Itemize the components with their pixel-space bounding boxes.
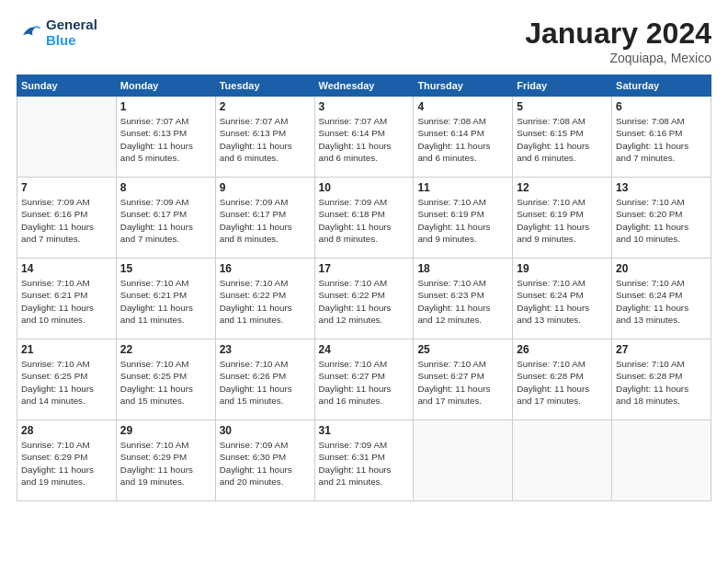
calendar-cell: 26Sunrise: 7:10 AM Sunset: 6:28 PM Dayli… <box>513 339 612 420</box>
calendar-cell: 11Sunrise: 7:10 AM Sunset: 6:19 PM Dayli… <box>414 178 513 259</box>
calendar-cell: 10Sunrise: 7:09 AM Sunset: 6:18 PM Dayli… <box>314 178 414 259</box>
day-number: 17 <box>319 261 410 276</box>
cell-info: Sunrise: 7:10 AM Sunset: 6:24 PM Dayligh… <box>517 277 608 326</box>
title-block: January 2024 Zoquiapa, Mexico <box>525 17 711 65</box>
day-number: 20 <box>616 261 707 276</box>
cell-info: Sunrise: 7:10 AM Sunset: 6:28 PM Dayligh… <box>517 358 608 407</box>
cell-info: Sunrise: 7:09 AM Sunset: 6:17 PM Dayligh… <box>120 196 211 245</box>
day-number: 26 <box>517 342 608 357</box>
day-number: 9 <box>220 180 311 195</box>
cell-info: Sunrise: 7:10 AM Sunset: 6:21 PM Dayligh… <box>21 277 112 326</box>
cell-info: Sunrise: 7:08 AM Sunset: 6:15 PM Dayligh… <box>517 115 608 164</box>
calendar-cell <box>414 420 513 501</box>
calendar-cell: 9Sunrise: 7:09 AM Sunset: 6:17 PM Daylig… <box>215 178 314 259</box>
day-number: 7 <box>21 180 112 195</box>
day-number: 14 <box>21 261 112 276</box>
cell-info: Sunrise: 7:09 AM Sunset: 6:18 PM Dayligh… <box>319 196 410 245</box>
calendar-cell: 28Sunrise: 7:10 AM Sunset: 6:29 PM Dayli… <box>17 420 117 501</box>
calendar-cell <box>513 420 612 501</box>
cell-info: Sunrise: 7:08 AM Sunset: 6:14 PM Dayligh… <box>417 115 508 164</box>
cell-info: Sunrise: 7:10 AM Sunset: 6:25 PM Dayligh… <box>120 358 211 407</box>
calendar-cell: 23Sunrise: 7:10 AM Sunset: 6:26 PM Dayli… <box>215 339 314 420</box>
calendar-cell <box>17 97 117 178</box>
calendar-cell: 5Sunrise: 7:08 AM Sunset: 6:15 PM Daylig… <box>513 97 612 178</box>
header-row: SundayMondayTuesdayWednesdayThursdayFrid… <box>17 75 711 97</box>
day-number: 18 <box>417 261 508 276</box>
calendar-cell: 12Sunrise: 7:10 AM Sunset: 6:19 PM Dayli… <box>513 178 612 259</box>
calendar-cell: 25Sunrise: 7:10 AM Sunset: 6:27 PM Dayli… <box>414 339 513 420</box>
calendar-cell: 22Sunrise: 7:10 AM Sunset: 6:25 PM Dayli… <box>116 339 215 420</box>
cell-info: Sunrise: 7:07 AM Sunset: 6:13 PM Dayligh… <box>220 115 311 164</box>
day-number: 25 <box>417 342 508 357</box>
day-number: 22 <box>120 342 211 357</box>
calendar-cell: 15Sunrise: 7:10 AM Sunset: 6:21 PM Dayli… <box>116 259 215 339</box>
day-number: 4 <box>417 99 508 114</box>
cell-info: Sunrise: 7:10 AM Sunset: 6:24 PM Dayligh… <box>616 277 707 326</box>
day-number: 19 <box>517 261 608 276</box>
cell-info: Sunrise: 7:07 AM Sunset: 6:13 PM Dayligh… <box>120 115 211 164</box>
calendar-cell <box>612 420 711 501</box>
calendar-cell: 17Sunrise: 7:10 AM Sunset: 6:22 PM Dayli… <box>314 259 414 339</box>
calendar-cell: 3Sunrise: 7:07 AM Sunset: 6:14 PM Daylig… <box>314 97 414 178</box>
logo-icon <box>17 19 42 45</box>
day-number: 15 <box>120 261 211 276</box>
calendar-cell: 29Sunrise: 7:10 AM Sunset: 6:29 PM Dayli… <box>116 420 215 501</box>
calendar-cell: 21Sunrise: 7:10 AM Sunset: 6:25 PM Dayli… <box>17 339 117 420</box>
logo-text: General Blue <box>46 17 97 49</box>
calendar-cell: 1Sunrise: 7:07 AM Sunset: 6:13 PM Daylig… <box>116 97 215 178</box>
calendar-cell: 27Sunrise: 7:10 AM Sunset: 6:28 PM Dayli… <box>612 339 711 420</box>
cell-info: Sunrise: 7:09 AM Sunset: 6:31 PM Dayligh… <box>319 439 410 488</box>
calendar-cell: 7Sunrise: 7:09 AM Sunset: 6:16 PM Daylig… <box>17 178 117 259</box>
cell-info: Sunrise: 7:10 AM Sunset: 6:26 PM Dayligh… <box>220 358 311 407</box>
cell-info: Sunrise: 7:10 AM Sunset: 6:27 PM Dayligh… <box>417 358 508 407</box>
cell-info: Sunrise: 7:07 AM Sunset: 6:14 PM Dayligh… <box>319 115 410 164</box>
day-number: 23 <box>220 342 311 357</box>
day-number: 28 <box>21 423 112 438</box>
calendar-cell: 20Sunrise: 7:10 AM Sunset: 6:24 PM Dayli… <box>612 259 711 339</box>
calendar-cell: 31Sunrise: 7:09 AM Sunset: 6:31 PM Dayli… <box>314 420 414 501</box>
cell-info: Sunrise: 7:10 AM Sunset: 6:25 PM Dayligh… <box>21 358 112 407</box>
cell-info: Sunrise: 7:10 AM Sunset: 6:22 PM Dayligh… <box>319 277 410 326</box>
cell-info: Sunrise: 7:10 AM Sunset: 6:19 PM Dayligh… <box>517 196 608 245</box>
day-header-thursday: Thursday <box>414 75 513 97</box>
day-number: 30 <box>220 423 311 438</box>
calendar-cell: 16Sunrise: 7:10 AM Sunset: 6:22 PM Dayli… <box>215 259 314 339</box>
calendar-cell: 18Sunrise: 7:10 AM Sunset: 6:23 PM Dayli… <box>414 259 513 339</box>
day-number: 29 <box>120 423 211 438</box>
calendar-cell: 4Sunrise: 7:08 AM Sunset: 6:14 PM Daylig… <box>414 97 513 178</box>
cell-info: Sunrise: 7:10 AM Sunset: 6:20 PM Dayligh… <box>616 196 707 245</box>
calendar-table: SundayMondayTuesdayWednesdayThursdayFrid… <box>17 75 711 501</box>
logo: General Blue <box>17 17 97 49</box>
cell-info: Sunrise: 7:10 AM Sunset: 6:22 PM Dayligh… <box>220 277 311 326</box>
day-number: 16 <box>220 261 311 276</box>
cell-info: Sunrise: 7:10 AM Sunset: 6:27 PM Dayligh… <box>319 358 410 407</box>
day-number: 3 <box>319 99 410 114</box>
calendar-cell: 24Sunrise: 7:10 AM Sunset: 6:27 PM Dayli… <box>314 339 414 420</box>
day-number: 24 <box>319 342 410 357</box>
week-row: 14Sunrise: 7:10 AM Sunset: 6:21 PM Dayli… <box>17 259 711 339</box>
day-number: 6 <box>616 99 707 114</box>
calendar-cell: 19Sunrise: 7:10 AM Sunset: 6:24 PM Dayli… <box>513 259 612 339</box>
day-header-monday: Monday <box>116 75 215 97</box>
day-header-friday: Friday <box>513 75 612 97</box>
day-number: 31 <box>319 423 410 438</box>
day-number: 13 <box>616 180 707 195</box>
calendar-cell: 6Sunrise: 7:08 AM Sunset: 6:16 PM Daylig… <box>612 97 711 178</box>
day-number: 11 <box>417 180 508 195</box>
cell-info: Sunrise: 7:09 AM Sunset: 6:16 PM Dayligh… <box>21 196 112 245</box>
calendar-title: January 2024 <box>525 17 711 51</box>
calendar-cell: 13Sunrise: 7:10 AM Sunset: 6:20 PM Dayli… <box>612 178 711 259</box>
day-number: 5 <box>517 99 608 114</box>
day-number: 12 <box>517 180 608 195</box>
week-row: 28Sunrise: 7:10 AM Sunset: 6:29 PM Dayli… <box>17 420 711 501</box>
cell-info: Sunrise: 7:10 AM Sunset: 6:29 PM Dayligh… <box>120 439 211 488</box>
day-number: 21 <box>21 342 112 357</box>
calendar-cell: 2Sunrise: 7:07 AM Sunset: 6:13 PM Daylig… <box>215 97 314 178</box>
day-number: 8 <box>120 180 211 195</box>
cell-info: Sunrise: 7:10 AM Sunset: 6:28 PM Dayligh… <box>616 358 707 407</box>
day-number: 2 <box>220 99 311 114</box>
day-header-wednesday: Wednesday <box>314 75 414 97</box>
day-number: 27 <box>616 342 707 357</box>
day-header-tuesday: Tuesday <box>215 75 314 97</box>
cell-info: Sunrise: 7:10 AM Sunset: 6:23 PM Dayligh… <box>417 277 508 326</box>
